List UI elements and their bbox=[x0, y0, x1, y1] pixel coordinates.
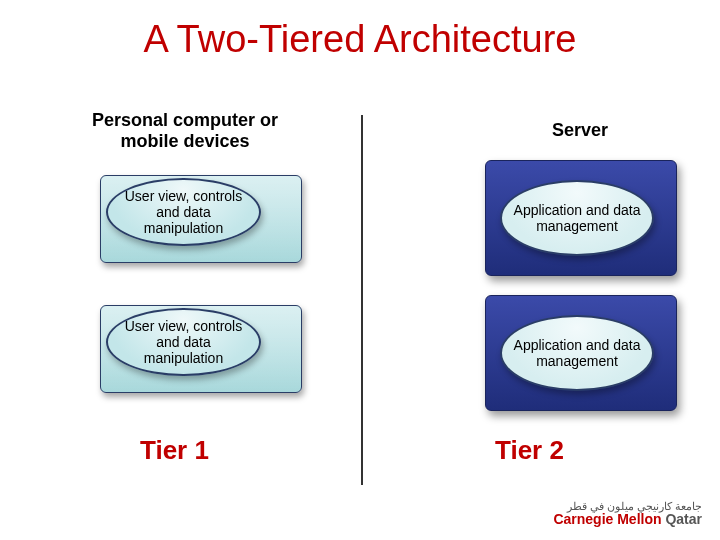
right-column-header: Server bbox=[520, 120, 640, 141]
tier-1-label: Tier 1 bbox=[140, 435, 209, 466]
logo-english-main: Carnegie Mellon bbox=[553, 511, 661, 527]
right-oval-2: Application and data management bbox=[500, 315, 654, 391]
tier-2-label: Tier 2 bbox=[495, 435, 564, 466]
right-oval-1-text: Application and data management bbox=[502, 202, 652, 234]
slide-title: A Two-Tiered Architecture bbox=[0, 18, 720, 61]
left-column-header: Personal computer or mobile devices bbox=[80, 110, 290, 152]
logo-english-qatar: Qatar bbox=[665, 511, 702, 527]
right-oval-2-text: Application and data management bbox=[502, 337, 652, 369]
logo-english-line: Carnegie Mellon Qatar bbox=[553, 512, 702, 526]
left-oval-1: User view, controls and data manipulatio… bbox=[112, 180, 255, 244]
left-oval-2: User view, controls and data manipulatio… bbox=[112, 310, 255, 374]
institution-logo: جامعة كارنيجي ميلون في قطر Carnegie Mell… bbox=[553, 501, 702, 526]
right-oval-1: Application and data management bbox=[500, 180, 654, 256]
vertical-divider bbox=[361, 115, 363, 485]
